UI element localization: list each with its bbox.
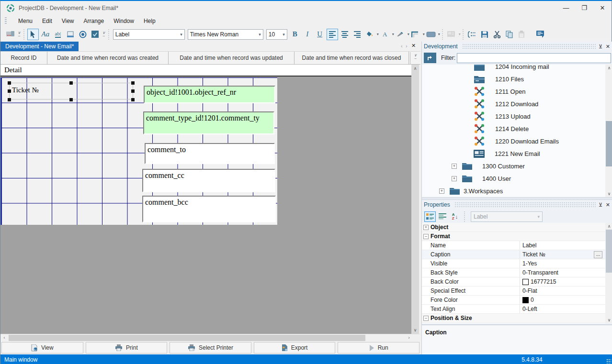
font-color-dropdown-icon[interactable]: ▾ bbox=[392, 32, 394, 36]
property-group-format[interactable]: − Format bbox=[422, 232, 605, 241]
selection-handle[interactable] bbox=[131, 89, 135, 93]
collapse-icon[interactable]: − bbox=[423, 316, 429, 321]
font-size-combobox[interactable]: 10▾ bbox=[266, 29, 287, 40]
property-group-object[interactable]: + Object bbox=[422, 223, 605, 232]
tree-item-1213[interactable]: 1213 Upload bbox=[422, 110, 605, 122]
tree-item-1212[interactable]: 1212 Download bbox=[422, 98, 605, 110]
property-group-position-size[interactable]: − Position & Size bbox=[422, 314, 605, 323]
scroll-down-icon[interactable]: ∨ bbox=[411, 326, 419, 334]
run-button[interactable]: Run bbox=[338, 342, 419, 353]
scrollbar-thumb[interactable] bbox=[9, 335, 365, 341]
align-left-button[interactable] bbox=[327, 29, 338, 40]
highlight-pen-button[interactable] bbox=[395, 29, 406, 40]
tab-close-icon[interactable]: ✕ bbox=[411, 43, 416, 49]
menu-grip[interactable] bbox=[5, 17, 7, 25]
property-row-visible[interactable]: Visible 1-Yes bbox=[422, 259, 605, 268]
tree-item-workspaces[interactable]: + 3.Workspaces bbox=[422, 185, 605, 197]
tree-item-1220[interactable]: 1220 Download Emails bbox=[422, 135, 605, 147]
pin-icon[interactable]: ⊻ bbox=[599, 202, 602, 208]
band-header-detail[interactable]: Detail bbox=[0, 65, 411, 77]
export-button[interactable]: Export bbox=[254, 342, 336, 353]
toolbar-overflow-icon[interactable]: ∨– bbox=[18, 32, 21, 37]
tab-scroll-left-icon[interactable]: ‹ bbox=[401, 43, 403, 49]
maximize-button[interactable]: ❐ bbox=[575, 1, 593, 15]
bold-button[interactable]: B bbox=[289, 29, 301, 40]
select-printer-button[interactable]: Select Printer bbox=[170, 342, 251, 353]
designer-horizontal-scrollbar[interactable]: ‹ › bbox=[0, 334, 420, 341]
underline-button[interactable]: U bbox=[314, 29, 326, 40]
close-panel-icon[interactable]: ✕ bbox=[606, 202, 610, 208]
tree-item-1214[interactable]: 1214 Delete bbox=[422, 122, 605, 135]
scrollbar-thumb[interactable] bbox=[606, 230, 612, 273]
shape-style-dropdown-icon[interactable]: ▾ bbox=[438, 32, 440, 36]
menu-item-help[interactable]: Help bbox=[139, 16, 160, 26]
column-record-id[interactable]: Record ID bbox=[0, 52, 47, 65]
ellipsis-editor-button[interactable]: ... bbox=[594, 251, 602, 258]
tree-item-1300[interactable]: + 1300 Customer bbox=[422, 160, 605, 172]
selection-handle[interactable] bbox=[69, 81, 73, 85]
insert-image-dropdown-icon[interactable]: ▾ bbox=[459, 32, 461, 36]
selection-handle[interactable] bbox=[69, 98, 73, 101]
menu-item-view[interactable]: View bbox=[57, 16, 79, 26]
border-style-button[interactable] bbox=[410, 29, 421, 40]
property-row-name[interactable]: Name Label bbox=[422, 241, 605, 250]
field-comment-to[interactable]: comment_to bbox=[145, 143, 275, 164]
filter-input[interactable] bbox=[457, 53, 611, 63]
property-row-fore-color[interactable]: Fore Color 0 bbox=[422, 296, 605, 305]
comment-note-button[interactable] bbox=[535, 29, 546, 40]
insert-image-button[interactable] bbox=[446, 29, 457, 40]
save-button[interactable] bbox=[479, 29, 490, 40]
tab-development-new-email[interactable]: Development - New Email* bbox=[0, 42, 79, 51]
highlight-pen-dropdown-icon[interactable]: ▾ bbox=[408, 32, 409, 36]
column-created[interactable]: Date and time when record was created bbox=[47, 52, 169, 65]
close-panel-icon[interactable]: ✕ bbox=[606, 44, 610, 50]
scrollbar-thumb[interactable] bbox=[606, 121, 612, 166]
collapse-icon[interactable]: − bbox=[423, 234, 429, 239]
shape-style-button[interactable] bbox=[425, 29, 437, 40]
tree-item-1211[interactable]: 1211 Open bbox=[422, 85, 605, 98]
form-designer-canvas[interactable]: Detail Ticket № object_id!1001.object_re… bbox=[0, 65, 411, 334]
menu-item-arrange[interactable]: Arrange bbox=[79, 16, 109, 26]
scroll-up-icon[interactable]: ∧ bbox=[411, 65, 419, 72]
button-tool-button[interactable] bbox=[65, 29, 76, 40]
columns-overflow-icon[interactable]: ∨– bbox=[410, 52, 420, 65]
image-preview-button[interactable] bbox=[5, 29, 16, 40]
object-selector-combobox[interactable]: Label▾ bbox=[471, 211, 543, 222]
view-button[interactable]: View bbox=[1, 342, 83, 353]
label-ticket-no[interactable]: Ticket № bbox=[9, 83, 133, 99]
field-object-ref-nr[interactable]: object_id!1001.object_ref_nr bbox=[144, 86, 275, 103]
designer-vertical-scrollbar[interactable]: ∧ ∨ bbox=[411, 65, 419, 334]
navigate-button[interactable] bbox=[424, 53, 436, 63]
scroll-left-icon[interactable]: ‹ bbox=[0, 335, 8, 341]
scroll-up-icon[interactable]: ∧ bbox=[605, 223, 612, 230]
selection-handle[interactable] bbox=[131, 81, 135, 85]
expand-icon[interactable]: + bbox=[439, 188, 444, 194]
property-row-back-color[interactable]: Back Color 16777215 bbox=[422, 277, 605, 287]
scroll-down-icon[interactable]: ∨ bbox=[605, 317, 612, 323]
align-right-button[interactable] bbox=[351, 29, 363, 40]
field-comment-type[interactable]: comment_type_id!1201.comment_ty bbox=[143, 111, 274, 134]
scroll-up-icon[interactable]: ∧ bbox=[605, 65, 612, 71]
property-row-text-align[interactable]: Text Align 0-Left bbox=[422, 305, 605, 314]
pin-icon[interactable]: ⊻ bbox=[599, 44, 602, 50]
expand-icon[interactable]: + bbox=[452, 176, 457, 181]
property-row-caption[interactable]: Caption Ticket № ... bbox=[422, 250, 605, 259]
menu-item-menu[interactable]: Menu bbox=[14, 16, 37, 26]
textbox-tool-button[interactable]: ab| bbox=[52, 29, 64, 40]
selection-handle[interactable] bbox=[131, 98, 135, 101]
italic-button[interactable]: I bbox=[302, 29, 313, 40]
border-style-dropdown-icon[interactable]: ▾ bbox=[423, 32, 425, 36]
checkbox-tool-button[interactable] bbox=[90, 29, 101, 40]
fill-color-dropdown-icon[interactable]: ▾ bbox=[377, 32, 379, 36]
paste-button[interactable] bbox=[516, 29, 528, 40]
copy-button[interactable] bbox=[504, 29, 515, 40]
property-row-special-effect[interactable]: Special Effect 0-Flat bbox=[422, 287, 605, 296]
tab-scroll-right-icon[interactable]: › bbox=[406, 43, 408, 49]
cut-button[interactable] bbox=[491, 29, 503, 40]
close-button[interactable]: ✕ bbox=[593, 1, 612, 15]
label-tool-button[interactable]: Aa bbox=[40, 29, 51, 40]
font-color-button[interactable]: A bbox=[379, 29, 391, 40]
tree-item-1221[interactable]: 1221 New Email bbox=[422, 147, 605, 160]
resize-grip[interactable] bbox=[606, 359, 611, 364]
sort-az-button[interactable]: A Z ↓ bbox=[449, 211, 461, 222]
